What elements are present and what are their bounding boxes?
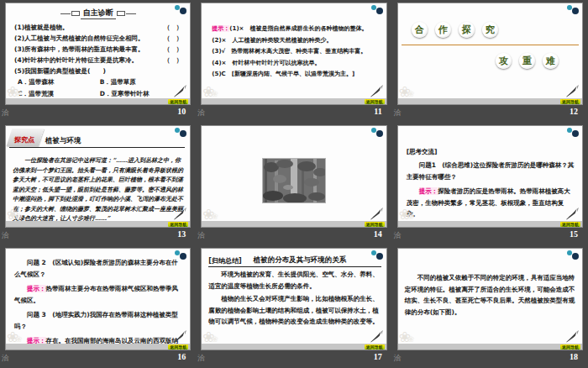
cell-footer: 洽 10	[5, 105, 191, 121]
corner-glyph: 洽	[2, 353, 9, 364]
page-number: 11	[374, 107, 381, 116]
grid-cell-18: 不同的植被又依赖于不同的特定的环境，具有适应当地特定环境的特征。植被离开了所适合…	[392, 245, 588, 368]
pen-icon	[370, 330, 384, 343]
explorer-diary-paragraph: 一位探险者在其游记中这样写道：“……进入到丛林之中，你仿佛来到一个梦幻王国。抬头…	[6, 154, 190, 223]
grid-cell-16: 问题 2 (区域认知)探险者所游历的森林主要分布在什么气候区？ 提示：热带雨林主…	[0, 245, 196, 368]
header-line-right	[126, 13, 136, 14]
think-exchange-tag: [思考交流]	[407, 148, 575, 156]
flower-watermark: ❀❀	[399, 330, 412, 344]
question-1: 问题1 (综合思维)这位探险者所游历的是哪种森林？其主要特征有哪些？	[407, 160, 575, 182]
navy-dot-icon	[180, 253, 186, 260]
navy-dot-icon	[180, 8, 186, 14]
title-character-circle: 作	[435, 22, 451, 38]
slide-footer-strip	[398, 344, 582, 350]
questions-block: 问题 2 (区域认知)探险者所游历的森林主要分布在什么气候区？ 提示：热带雨林主…	[6, 249, 190, 350]
pen-icon	[565, 85, 580, 97]
navy-dot-icon	[180, 130, 186, 137]
cell-footer: 洽 13	[5, 228, 191, 244]
slide-thumbnail-10[interactable]: 自主诊断 (1)植被就是植物。（ ）(2)人工植被与天然植被的自然特征完全相同。…	[5, 3, 191, 105]
hint-label: 提示：	[27, 285, 46, 292]
flower-watermark: ❀❀	[202, 85, 215, 99]
slide-thumbnail-11[interactable]: 提示：(1)× 植被是指自然界成群生长的各种植物的整体。 (2)× 人工植被的种…	[201, 3, 386, 105]
pen-icon	[173, 208, 187, 220]
teal-dot-icon	[567, 5, 572, 10]
quiz-statement: (4)针叶林中的针叶叶片特征主要是抗寒冷。（ ）	[6, 55, 190, 66]
answer-lines: (2)× 人工植被的种类较天然植被的种类少。(3)√ 热带雨林树木高大茂密、种类…	[212, 35, 379, 81]
title-character-circle: 难	[543, 53, 559, 69]
hint-label: 提示：	[212, 25, 229, 32]
explore-topic-title: 植被与环境	[45, 136, 81, 146]
two-dots-logo-icon	[174, 250, 186, 260]
answer-line: (4)× 针叶林中针叶叶片可以抗寒抗旱。	[212, 58, 379, 70]
return-nav-button[interactable]: 返回导航	[168, 99, 188, 104]
corner-glyph: 洽	[394, 230, 402, 241]
summary-title: 植被的分布及其与环境的关系	[254, 255, 347, 265]
teal-dot-icon	[371, 128, 376, 133]
page-number: 12	[570, 107, 578, 116]
slide-thumbnail-15[interactable]: [思考交流] 问题1 (综合思维)这位探险者所游历的是哪种森林？其主要特征有哪些…	[397, 125, 583, 228]
return-nav-button[interactable]: 返回导航	[365, 344, 385, 350]
navy-dot-icon	[376, 8, 383, 14]
return-nav-button[interactable]: 返回导航	[365, 99, 385, 104]
header-box-right	[117, 11, 125, 16]
slide-thumbnail-17[interactable]: [归纳总结] 植被的分布及其与环境的关系 环境为植被的发育、生长提供阳光、空气、…	[201, 248, 386, 350]
cell-footer: 洽 18	[397, 350, 583, 366]
summary-paragraph-1: 环境为植被的发育、生长提供阳光、空气、水分、养料、适宜的温度等植物生长所必需的条…	[202, 269, 386, 292]
return-nav-button[interactable]: 返回导航	[560, 344, 580, 350]
quiz-statement: (3)所有森林中，热带雨林的垂直结构最丰富。（ ）	[6, 44, 190, 55]
question-3: 问题 3 (地理实践力)我国存在热带雨林这种植被类型吗？	[14, 309, 183, 332]
quiz-statements: (1)植被就是植物。（ ）(2)人工植被与天然植被的自然特征完全相同。（ ）(3…	[6, 22, 190, 76]
slide-footer-strip	[202, 344, 386, 350]
pen-icon	[565, 330, 580, 343]
slide-footer-strip	[6, 221, 190, 227]
rainforest-photo	[262, 158, 326, 203]
return-nav-button[interactable]: 返回导航	[168, 344, 188, 350]
grid-cell-11: 提示：(1)× 植被是指自然界成群生长的各种植物的整体。 (2)× 人工植被的种…	[196, 0, 391, 123]
explore-point-ribbon: 探究点	[7, 129, 45, 146]
orange-divider	[402, 45, 579, 45]
page-number: 16	[177, 352, 186, 361]
flower-watermark: ❀❀	[7, 330, 19, 344]
grid-cell-15: [思考交流] 问题1 (综合思维)这位探险者所游历的是哪种森林？其主要特征有哪些…	[392, 123, 588, 245]
slide-thumbnail-16[interactable]: 问题 2 (区域认知)探险者所游历的森林主要分布在什么气候区？ 提示：热带雨林主…	[5, 248, 191, 350]
answer-option: D．亚寒带针叶林	[100, 88, 182, 100]
slide-footer-strip	[202, 98, 386, 104]
answer-option: A．温带森林	[18, 76, 100, 88]
title-character-circle: 重	[519, 53, 535, 69]
hint-2: 提示：热带雨林主要分布在热带雨林气候区和热带季风气候区。	[14, 283, 183, 306]
two-dots-logo-icon	[174, 5, 186, 14]
flower-watermark: ❀❀	[7, 208, 19, 222]
return-nav-button[interactable]: 返回导航	[560, 99, 580, 104]
answer-option: B．温带草原	[100, 76, 182, 88]
return-nav-button[interactable]: 返回导航	[168, 222, 188, 227]
slide-thumbnail-12[interactable]: 合作探究 攻重难 ❀❀ 返回导航	[397, 3, 583, 105]
slide-thumbnail-18[interactable]: 不同的植被又依赖于不同的特定的环境，具有适应当地特定环境的特征。植被离开了所适合…	[397, 248, 583, 350]
cell-footer: 洽 12	[397, 105, 583, 121]
two-dots-logo-icon	[370, 250, 383, 260]
slide-footer-strip	[398, 98, 582, 104]
title-character-circle: 究	[482, 22, 498, 38]
quiz-statement: (5)我国新疆的典型植被是( )	[6, 66, 190, 76]
page-number: 10	[177, 107, 186, 116]
title-character-circle: 合	[412, 22, 428, 38]
return-nav-button[interactable]: 返回导航	[560, 222, 580, 227]
page-number: 17	[374, 352, 382, 361]
flower-watermark: ❀❀	[7, 85, 19, 99]
flower-watermark: ❀❀	[399, 85, 412, 99]
answer-block: 提示：(1)× 植被是指自然界成群生长的各种植物的整体。 (2)× 人工植被的种…	[202, 3, 386, 81]
cooperative-explore-title: 合作探究	[412, 22, 582, 38]
slide-thumbnail-13[interactable]: 探究点 植被与环境 一位探险者在其游记中这样写道：“……进入到丛林之中，你仿佛来…	[5, 125, 191, 228]
teal-dot-icon	[371, 5, 376, 10]
cell-footer: 洽 15	[397, 228, 583, 244]
pen-icon	[565, 208, 580, 220]
slide-footer-strip	[202, 221, 386, 227]
hint-1: 提示：探险者游历的应是热带雨林。热带雨林植被高大茂密，生物种类繁多，常见茎花、板…	[407, 186, 575, 220]
page-number: 13	[177, 229, 186, 239]
return-nav-button[interactable]: 返回导航	[365, 222, 385, 227]
slide-thumbnail-14[interactable]: ❀❀ 返回导航	[201, 125, 386, 228]
cell-footer: 洽 11	[201, 105, 386, 121]
teal-dot-icon	[567, 128, 572, 133]
title-character-circle: 探	[459, 22, 475, 38]
grid-cell-13: 探究点 植被与环境 一位探险者在其游记中这样写道：“……进入到丛林之中，你仿佛来…	[0, 123, 196, 245]
navy-dot-icon	[376, 253, 383, 260]
